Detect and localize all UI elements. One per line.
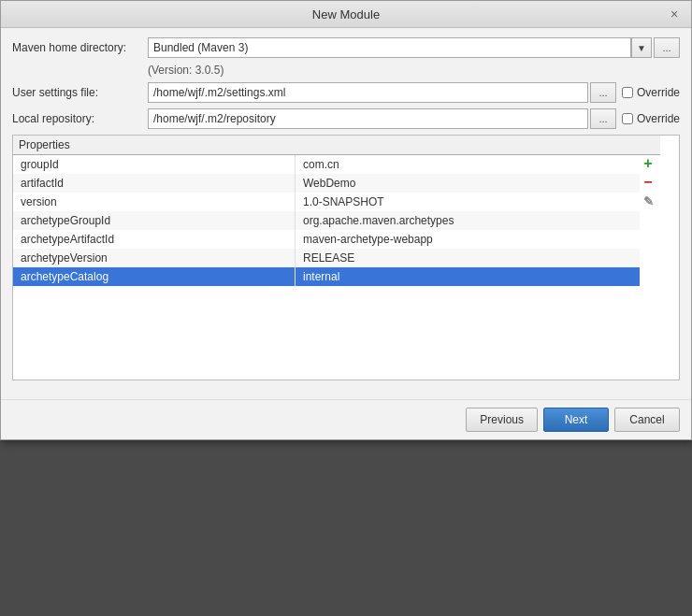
maven-version: (Version: 3.0.5) (148, 64, 680, 77)
edit-property-btn[interactable]: ✎ (640, 193, 656, 209)
maven-home-row: Maven home directory: ▼ ... (12, 37, 680, 58)
table-row[interactable]: version1.0-SNAPSHOT (13, 193, 640, 211)
remove-property-btn[interactable]: − (640, 174, 656, 191)
table-row[interactable]: groupIdcom.cn (13, 155, 640, 174)
table-row[interactable]: archetypeCataloginternal (13, 267, 640, 286)
dialog-content: Maven home directory: ▼ ... (Version: 3.… (1, 28, 691, 390)
props-container: groupIdcom.cnartifactIdWebDemoversion1.0… (13, 155, 660, 286)
maven-home-input[interactable] (148, 37, 631, 58)
local-repo-override-label: Override (622, 112, 680, 125)
local-repo-browse-btn[interactable]: ... (590, 108, 616, 129)
maven-home-input-group: ▼ ... (148, 37, 680, 58)
local-repo-row: Local repository: ... Override (12, 108, 680, 129)
add-property-btn[interactable]: + (640, 155, 656, 172)
close-button[interactable]: × (667, 7, 682, 21)
prop-key: archetypeCatalog (13, 267, 296, 286)
dialog-title: New Module (25, 7, 667, 21)
user-settings-override-label: Override (622, 86, 680, 99)
table-row[interactable]: archetypeArtifactIdmaven-archetype-webap… (13, 230, 640, 249)
properties-group-label: Properties (13, 136, 660, 155)
prop-value: RELEASE (296, 249, 641, 267)
user-settings-override-checkbox[interactable] (622, 87, 633, 98)
local-repo-input-group: ... Override (148, 108, 680, 129)
properties-table: groupIdcom.cnartifactIdWebDemoversion1.0… (13, 155, 640, 286)
props-side-actions: + − ✎ (640, 155, 656, 209)
prop-key: archetypeVersion (13, 249, 296, 267)
prop-key: archetypeGroupId (13, 211, 296, 230)
prop-key: groupId (13, 155, 296, 174)
prop-value: com.cn (296, 155, 641, 174)
maven-home-browse-btn[interactable]: ... (654, 37, 680, 58)
title-bar: New Module × (1, 1, 691, 28)
user-settings-input-group: ... Override (148, 82, 680, 103)
maven-home-label: Maven home directory: (12, 41, 148, 54)
next-button[interactable]: Next (543, 408, 609, 432)
cancel-button[interactable]: Cancel (614, 408, 680, 432)
table-row[interactable]: archetypeVersionRELEASE (13, 249, 640, 267)
user-settings-label: User settings file: (12, 86, 148, 99)
maven-home-dropdown-btn[interactable]: ▼ (631, 37, 652, 58)
prop-key: artifactId (13, 174, 296, 193)
prop-value: maven-archetype-webapp (296, 230, 641, 249)
prop-value: internal (296, 267, 641, 286)
user-settings-input[interactable] (148, 82, 588, 103)
new-module-dialog: New Module × Maven home directory: ▼ ...… (0, 0, 692, 440)
local-repo-input[interactable] (148, 108, 588, 129)
user-settings-row: User settings file: ... Override (12, 82, 680, 103)
table-row[interactable]: archetypeGroupIdorg.apache.maven.archety… (13, 211, 640, 230)
prop-key: version (13, 193, 296, 211)
local-repo-label: Local repository: (12, 112, 148, 125)
user-settings-browse-btn[interactable]: ... (590, 82, 616, 103)
properties-section: Properties groupIdcom.cnartifactIdWebDem… (12, 135, 680, 380)
prop-value: WebDemo (296, 174, 641, 193)
prop-key: archetypeArtifactId (13, 230, 296, 249)
prop-value: 1.0-SNAPSHOT (296, 193, 641, 211)
dialog-footer: Previous Next Cancel (1, 399, 691, 439)
empty-space (13, 286, 660, 380)
prop-value: org.apache.maven.archetypes (296, 211, 641, 230)
table-row[interactable]: artifactIdWebDemo (13, 174, 640, 193)
previous-button[interactable]: Previous (466, 408, 538, 432)
local-repo-override-checkbox[interactable] (622, 113, 633, 124)
